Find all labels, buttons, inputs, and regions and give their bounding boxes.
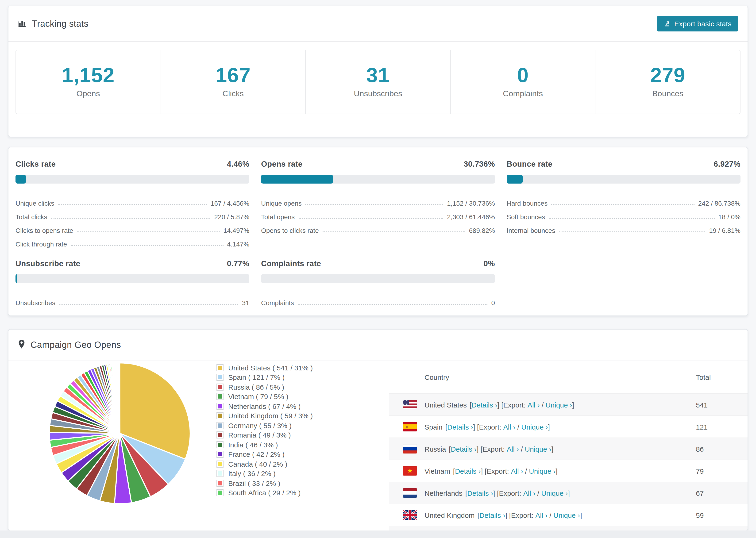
legend-label: Netherlands ( 67 / 4% ) (228, 402, 301, 410)
country-cell: United States [Details ›] [Export: All ›… (424, 401, 696, 409)
legend-label: Spain ( 121 / 7% ) (228, 373, 285, 381)
details-link[interactable]: Details › (471, 401, 497, 409)
rate-metric-value: 31 (242, 299, 249, 306)
country-name: Vietnam (424, 467, 450, 475)
country-name: United States (424, 401, 467, 409)
page-bottom-band (0, 530, 756, 538)
details-link[interactable]: Details › (479, 511, 505, 519)
legend-label: Vietnam ( 79 / 5% ) (228, 393, 288, 401)
legend-item[interactable]: Vietnam ( 79 / 5% ) (216, 392, 313, 402)
rate-title: Clicks rate (16, 160, 56, 169)
geo-opens-title: Campaign Geo Opens (30, 340, 121, 350)
rate-value: 30.736% (464, 160, 495, 169)
legend-label: Germany ( 55 / 3% ) (228, 422, 292, 430)
table-row-ru: Russia [Details ›] [Export: All › / Uniq… (389, 438, 747, 459)
legend-swatch (216, 403, 224, 410)
rate-metric-label: Total opens (261, 213, 295, 221)
legend-item[interactable]: United Kingdom ( 59 / 3% ) (216, 411, 313, 421)
export-all-link[interactable]: All › (507, 445, 519, 453)
rate-title: Bounce rate (507, 160, 553, 169)
table-body: United States [Details ›] [Export: All ›… (389, 394, 747, 531)
legend-swatch (216, 364, 224, 371)
details-link[interactable]: Details › (447, 423, 473, 431)
rate-value: 0% (484, 259, 495, 268)
legend-swatch (216, 422, 224, 429)
dotted-leader (549, 218, 715, 219)
export-all-link[interactable]: All › (503, 423, 515, 431)
dotted-leader (77, 232, 220, 232)
legend-item[interactable]: Spain ( 121 / 7% ) (216, 372, 313, 382)
export-basic-stats-button[interactable]: Export basic stats (657, 16, 738, 31)
dotted-leader (305, 204, 443, 205)
export-all-link[interactable]: All › (523, 489, 536, 497)
dotted-leader (298, 218, 443, 219)
export-unique-link[interactable]: Unique › (529, 467, 556, 475)
progress-bar-track (507, 175, 740, 184)
legend-item[interactable]: Netherlands ( 67 / 4% ) (216, 402, 313, 411)
rate-metric-value: 242 / 86.738% (698, 199, 740, 207)
dotted-leader (71, 245, 223, 246)
flag-ru (403, 444, 417, 454)
export-all-link[interactable]: All › (535, 511, 548, 519)
rate-head: Bounce rate 6.927% (507, 160, 740, 169)
rate-metric-row: Internal bounces 19 / 6.81% (507, 221, 740, 234)
legend-label: United Kingdom ( 59 / 3% ) (228, 412, 313, 420)
legend-item[interactable]: India ( 46 / 3% ) (216, 440, 313, 450)
dotted-leader (298, 304, 487, 305)
country-name: United Kingdom (424, 511, 474, 519)
rate-block: Unsubscribe rate 0.77% Unsubscribes 31 (16, 259, 249, 306)
stat-value: 1,152 (16, 64, 160, 86)
export-all-link[interactable]: All › (511, 467, 523, 475)
stat-value: 0 (451, 64, 595, 86)
table-header-row: Country Total (389, 361, 747, 394)
total-column-header: Total (696, 373, 747, 381)
stat-label: Complaints (451, 89, 595, 99)
legend-item[interactable]: South Africa ( 29 / 2% ) (216, 488, 313, 498)
details-link[interactable]: Details › (467, 489, 493, 497)
details-link[interactable]: Details › (455, 467, 481, 475)
legend-swatch (216, 393, 224, 400)
export-all-link[interactable]: All › (527, 401, 540, 409)
progress-bar-track (261, 175, 495, 184)
rate-metric-row: Opens to clicks rate 689.82% (261, 221, 495, 234)
rate-metric-row: Unique opens 1,152 / 30.736% (261, 193, 495, 207)
legend-item[interactable]: Germany ( 55 / 3% ) (216, 421, 313, 430)
export-unique-link[interactable]: Unique › (525, 445, 551, 453)
country-column-header: Country (424, 373, 696, 381)
legend-item[interactable]: France ( 42 / 2% ) (216, 450, 313, 459)
dotted-leader (59, 304, 238, 305)
rate-value: 6.927% (714, 160, 740, 169)
export-unique-link[interactable]: Unique › (521, 423, 548, 431)
rate-metric-value: 2,303 / 61.446% (447, 213, 495, 221)
legend-label: United States ( 541 / 31% ) (228, 364, 313, 372)
export-unique-link[interactable]: Unique › (541, 489, 568, 497)
rate-metric-label: Clicks to opens rate (16, 227, 73, 234)
rate-block: Opens rate 30.736% Unique opens 1,152 / … (261, 160, 495, 248)
map-pin-icon (18, 340, 26, 351)
legend-item[interactable]: United States ( 541 / 31% ) (216, 363, 313, 372)
rate-metric-value: 0 (491, 299, 495, 306)
details-link[interactable]: Details › (451, 445, 477, 453)
legend-item[interactable]: Russia ( 86 / 5% ) (216, 382, 313, 392)
legend-swatch (216, 470, 224, 477)
country-cell: Vietnam [Details ›] [Export: All › / Uni… (424, 467, 696, 475)
bar-chart-icon (18, 18, 27, 29)
export-button-label: Export basic stats (674, 20, 731, 28)
legend-item[interactable]: Italy ( 36 / 2% ) (216, 469, 313, 478)
stat-tile-complaints: 0 Complaints (450, 50, 595, 114)
rate-title: Complaints rate (261, 259, 321, 268)
progress-bar-track (16, 175, 249, 184)
tracking-stats-header: Tracking stats Export basic stats (9, 6, 747, 42)
legend-item[interactable]: Brazil ( 33 / 2% ) (216, 478, 313, 488)
legend-item[interactable]: Canada ( 40 / 2% ) (216, 459, 313, 469)
rate-metric-value: 19 / 6.81% (709, 227, 740, 234)
legend-item[interactable]: Romania ( 49 / 3% ) (216, 430, 313, 440)
geo-opens-pie-chart[interactable] (45, 358, 195, 509)
rate-metric-value: 14.497% (223, 227, 249, 234)
rate-value: 4.46% (227, 160, 249, 169)
stat-tile-bounces: 279 Bounces (595, 50, 740, 114)
export-unique-link[interactable]: Unique › (553, 511, 580, 519)
export-unique-link[interactable]: Unique › (546, 401, 572, 409)
rate-title: Opens rate (261, 160, 302, 169)
rate-metric-row: Soft bounces 18 / 0% (507, 207, 740, 221)
